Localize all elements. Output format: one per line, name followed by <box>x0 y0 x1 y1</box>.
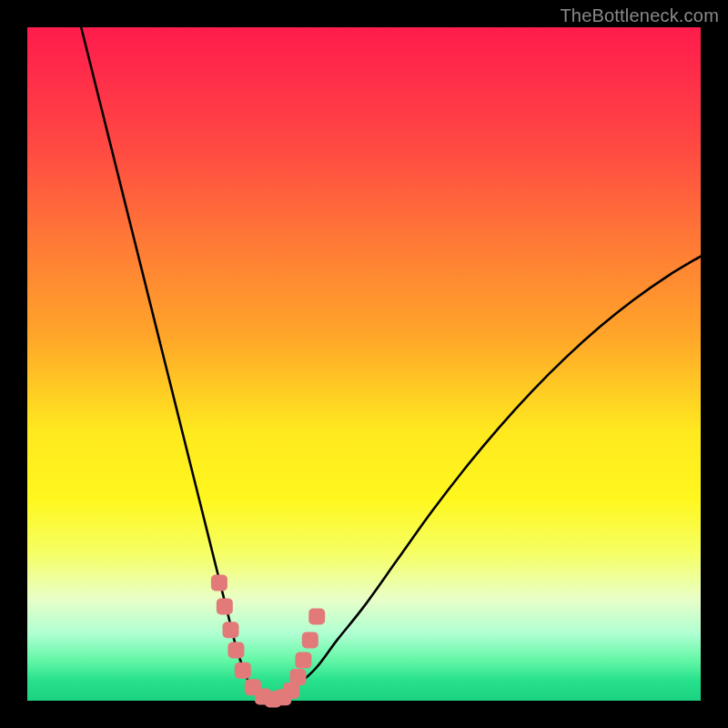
plot-area <box>27 27 701 701</box>
chart-frame: TheBottleneck.com <box>0 0 728 728</box>
highlight-dot <box>295 652 311 669</box>
highlight-dot <box>222 622 238 638</box>
highlight-dot <box>289 669 306 685</box>
highlight-dot <box>308 609 325 625</box>
highlight-dot <box>302 632 318 648</box>
curve-layer <box>27 27 701 701</box>
bottleneck-curve <box>81 27 701 701</box>
watermark-text: TheBottleneck.com <box>560 5 719 26</box>
highlight-dot <box>217 598 233 614</box>
highlight-dot <box>228 642 244 659</box>
highlight-dots <box>211 575 325 708</box>
highlight-dot <box>211 575 228 592</box>
highlight-dot <box>235 662 251 679</box>
